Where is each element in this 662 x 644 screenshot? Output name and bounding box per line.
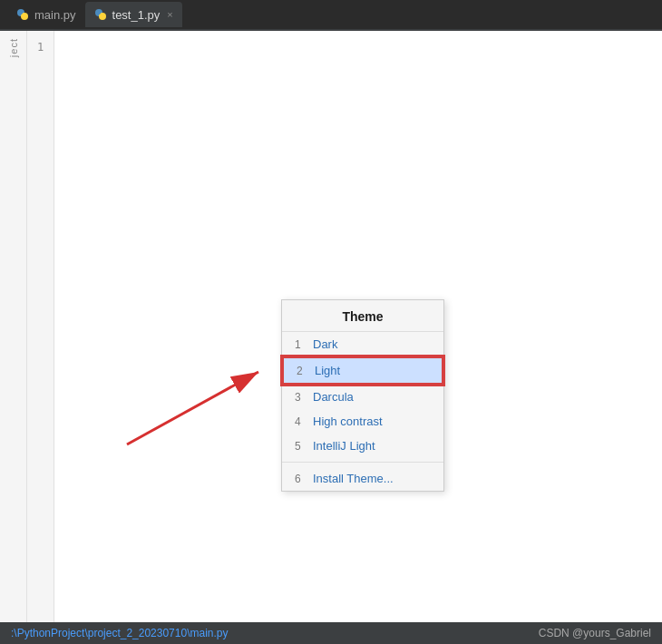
theme-item-intellij-label: IntelliJ Light [313, 439, 375, 453]
status-bar: :\PythonProject\project_2_20230710\main.… [0, 622, 662, 644]
tab-bar: main.py test_1.py × [0, 0, 662, 29]
theme-item-darcula-label: Darcula [313, 390, 354, 404]
theme-item-light-num: 2 [297, 365, 309, 377]
python-icon-main [16, 8, 29, 21]
theme-item-install-num: 6 [295, 473, 307, 485]
theme-item-dark[interactable]: 1 Dark [282, 332, 443, 356]
tab-test-label: test_1.py [112, 8, 161, 22]
theme-item-darcula[interactable]: 3 Darcula [282, 385, 443, 409]
line-gutter: 1 [27, 31, 54, 622]
tab-main-py[interactable]: main.py [7, 2, 85, 27]
tab-close-button[interactable]: × [167, 9, 172, 20]
tab-test-py[interactable]: test_1.py × [85, 2, 182, 27]
svg-point-7 [101, 15, 104, 18]
svg-point-3 [23, 15, 26, 18]
svg-point-2 [19, 11, 23, 15]
theme-item-dark-num: 1 [295, 338, 307, 351]
theme-item-light[interactable]: 2 Light [282, 356, 443, 385]
theme-item-darcula-num: 3 [295, 391, 307, 404]
line-number-1: 1 [37, 38, 44, 56]
theme-separator [282, 462, 443, 463]
python-icon-test [94, 8, 107, 21]
theme-item-install-label: Install Theme... [313, 472, 394, 485]
status-credit: CSDN @yours_Gabriel [539, 627, 651, 639]
svg-point-6 [97, 11, 101, 15]
tab-main-label: main.py [34, 8, 76, 22]
theme-item-install[interactable]: 6 Install Theme... [282, 466, 443, 491]
theme-item-highcontrast[interactable]: 4 High contrast [282, 409, 443, 434]
theme-dropdown: Theme 1 Dark 2 Light 3 Darcula 4 High co… [281, 299, 444, 492]
theme-item-intellij-num: 5 [295, 440, 307, 453]
theme-menu-title: Theme [282, 300, 443, 332]
theme-item-light-label: Light [315, 364, 340, 377]
theme-item-dark-label: Dark [313, 337, 337, 351]
theme-item-intellij[interactable]: 5 IntelliJ Light [282, 434, 443, 458]
project-panel: ject [0, 31, 27, 622]
theme-item-highcontrast-label: High contrast [313, 415, 383, 428]
status-path: :\PythonProject\project_2_20230710\main.… [11, 627, 229, 639]
project-label: ject [8, 38, 19, 57]
theme-item-highcontrast-num: 4 [295, 415, 307, 428]
